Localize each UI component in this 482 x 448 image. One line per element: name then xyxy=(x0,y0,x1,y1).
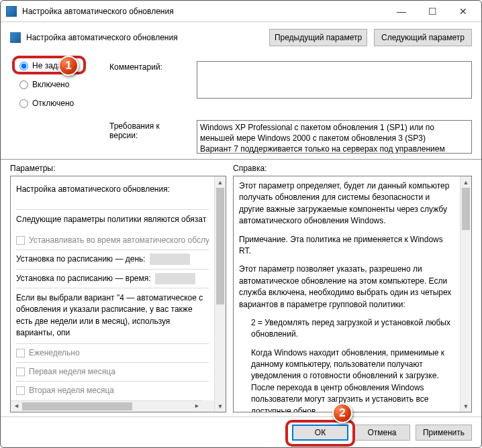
option-weekly-label: Еженедельно xyxy=(29,347,80,359)
option-first-week[interactable]: Первая неделя месяца xyxy=(16,363,209,382)
policy-title: Настройка автоматического обновления xyxy=(26,33,262,42)
scroll-left-icon[interactable]: ◄ xyxy=(11,401,22,412)
options-content: Настройка автоматического обновления: Сл… xyxy=(11,176,214,412)
help-p2: Примечание. Эта политика не применяется … xyxy=(239,234,454,258)
option-second-week[interactable]: Вторая неделя месяца xyxy=(16,382,209,400)
help-pane: Этот параметр определяет, будет ли данны… xyxy=(233,176,472,412)
checkbox-icon xyxy=(16,236,25,245)
cancel-button[interactable]: Отмена xyxy=(354,425,410,441)
option-second-week-label: Вторая неделя месяца xyxy=(29,385,114,396)
apply-button[interactable]: Применить xyxy=(416,425,472,441)
scroll-corner xyxy=(203,400,214,412)
checkbox-icon xyxy=(16,349,25,357)
radio-enabled-label: Включено xyxy=(32,80,69,89)
v-scrollbar[interactable]: ▲ ▼ xyxy=(214,176,226,412)
option-sched-day[interactable]: Установка по расписанию — день: xyxy=(16,250,209,269)
scroll-right-icon[interactable]: ► xyxy=(191,401,203,412)
titlebar: Настройка автоматического обновления — ☐… xyxy=(1,1,481,22)
option-note2: Если вы выбрали вариант "4 — автоматичес… xyxy=(16,288,209,344)
next-setting-button[interactable]: Следующий параметр xyxy=(374,29,472,46)
minimize-button[interactable]: — xyxy=(386,1,417,21)
v-scrollbar[interactable]: ▲ ▼ xyxy=(460,176,471,412)
footer: ОК Отмена Применить xyxy=(1,416,481,447)
header-row: Настройка автоматического обновления Пре… xyxy=(1,22,481,53)
requirements-row: Требования к версии: Windows XP Professi… xyxy=(1,116,481,160)
comment-area: Комментарий: xyxy=(109,53,472,116)
radio-disabled[interactable]: Отключено xyxy=(10,97,109,109)
scroll-down-icon[interactable]: ▼ xyxy=(461,400,471,412)
help-content: Этот параметр определяет, будет ли данны… xyxy=(234,176,460,412)
scroll-track[interactable] xyxy=(22,401,191,412)
option-sched-day-label: Установка по расписанию — день: xyxy=(16,254,146,265)
help-label: Справка: xyxy=(233,164,267,173)
policy-icon xyxy=(10,32,21,43)
help-p4: 2 = Уведомлять перед загрузкой и установ… xyxy=(251,317,454,341)
radio-disabled-input[interactable] xyxy=(19,99,28,108)
radio-enabled-input[interactable] xyxy=(19,80,28,89)
window-title: Настройка автоматического обновления xyxy=(22,7,386,16)
requirements-text[interactable]: Windows XP Professional с пакетом обновл… xyxy=(197,120,472,154)
comment-label: Комментарий: xyxy=(109,61,190,116)
scroll-up-icon[interactable]: ▲ xyxy=(215,176,226,188)
scroll-track[interactable] xyxy=(461,188,471,400)
annotation-badge-1: 1 xyxy=(58,56,79,76)
checkbox-icon xyxy=(16,386,25,395)
panes: Настройка автоматического обновления: Сл… xyxy=(1,176,481,416)
checkbox-icon xyxy=(16,368,25,376)
prev-setting-button[interactable]: Предыдущий параметр xyxy=(269,29,367,46)
annotation-badge-2: 2 xyxy=(332,403,352,423)
maximize-button[interactable]: ☐ xyxy=(417,1,448,21)
options-note: Следующие параметры политики являются об… xyxy=(16,210,209,231)
option-sched-time[interactable]: Установка по расписанию — время: xyxy=(16,270,209,288)
help-p3: Этот параметр позволяет указать, разреше… xyxy=(239,264,454,311)
requirements-label: Требования к версии: xyxy=(109,120,190,154)
option-install-maintenance[interactable]: Устанавливать во время автоматического о… xyxy=(16,231,209,250)
close-button[interactable]: ✕ xyxy=(448,1,479,21)
ok-button[interactable]: ОК xyxy=(292,425,348,441)
radio-enabled[interactable]: Включено xyxy=(10,78,109,91)
scroll-up-icon[interactable]: ▲ xyxy=(461,176,471,188)
option-weekly[interactable]: Еженедельно xyxy=(16,344,209,363)
pane-labels: Параметры: Справка: xyxy=(1,160,481,176)
scroll-down-icon[interactable]: ▼ xyxy=(215,400,226,412)
help-p5: Когда Windows находит обновления, примен… xyxy=(251,347,454,412)
scroll-thumb[interactable] xyxy=(22,402,132,410)
dialog-window: Настройка автоматического обновления — ☐… xyxy=(0,0,482,448)
scroll-thumb[interactable] xyxy=(462,188,470,230)
option-sched-time-label: Установка по расписанию — время: xyxy=(16,273,151,284)
radio-not-configured-input[interactable] xyxy=(19,62,28,70)
option-install-maintenance-label: Устанавливать во время автоматического о… xyxy=(29,235,209,246)
dropdown-placeholder xyxy=(155,273,195,284)
help-p1: Этот параметр определяет, будет ли данны… xyxy=(239,180,454,227)
comment-textarea[interactable] xyxy=(197,61,472,99)
options-pane: Настройка автоматического обновления: Сл… xyxy=(10,176,226,412)
scroll-thumb[interactable] xyxy=(216,188,224,304)
h-scrollbar[interactable]: ◄ ► xyxy=(11,400,203,412)
scroll-track[interactable] xyxy=(215,188,226,400)
options-title: Настройка автоматического обновления: xyxy=(16,180,209,202)
option-first-week-label: Первая неделя месяца xyxy=(29,366,115,378)
radio-disabled-label: Отключено xyxy=(32,99,74,108)
app-icon xyxy=(6,6,17,17)
options-label: Параметры: xyxy=(10,164,233,173)
dropdown-placeholder xyxy=(150,254,190,265)
